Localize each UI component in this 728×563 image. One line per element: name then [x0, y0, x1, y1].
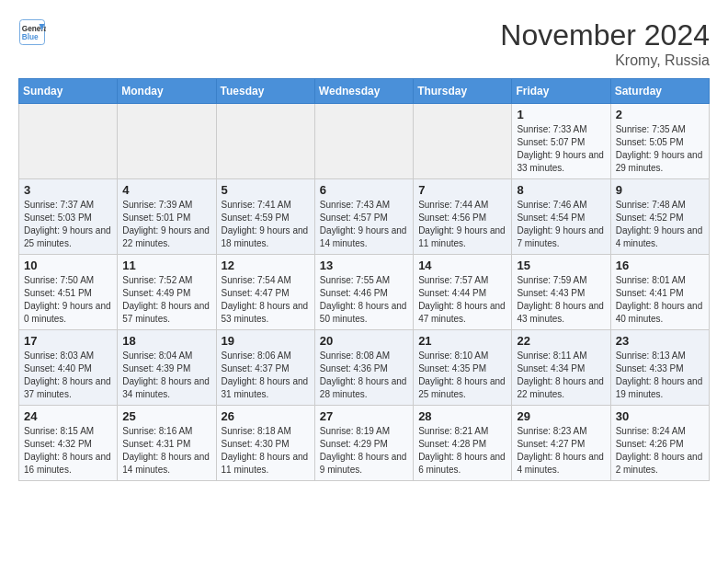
title-area: November 2024 Kromy, Russia [500, 18, 710, 69]
day-number: 28 [418, 409, 506, 423]
calendar-cell: 11Sunrise: 7:52 AM Sunset: 4:49 PM Dayli… [118, 255, 216, 330]
calendar-cell: 20Sunrise: 8:08 AM Sunset: 4:36 PM Dayli… [314, 330, 413, 406]
day-number: 17 [24, 334, 112, 348]
day-info: Sunrise: 8:15 AM Sunset: 4:32 PM Dayligh… [24, 425, 112, 477]
calendar-cell [19, 104, 118, 179]
month-title: November 2024 [500, 18, 710, 52]
day-number: 22 [517, 334, 605, 348]
day-number: 12 [222, 259, 310, 272]
calendar-cell: 8Sunrise: 7:46 AM Sunset: 4:54 PM Daylig… [512, 179, 610, 255]
day-number: 4 [122, 183, 210, 197]
day-number: 7 [418, 183, 506, 197]
calendar-cell: 6Sunrise: 7:43 AM Sunset: 4:57 PM Daylig… [314, 179, 413, 255]
day-number: 3 [24, 183, 112, 197]
day-info: Sunrise: 7:41 AM Sunset: 4:59 PM Dayligh… [222, 199, 310, 250]
day-number: 15 [517, 259, 605, 272]
day-number: 18 [122, 334, 210, 348]
day-number: 24 [24, 409, 112, 423]
weekday-header-sunday: Sunday [19, 79, 118, 104]
day-number: 25 [122, 409, 210, 423]
weekday-header-row: SundayMondayTuesdayWednesdayThursdayFrid… [19, 79, 710, 104]
day-number: 11 [122, 259, 210, 272]
calendar-cell: 29Sunrise: 8:23 AM Sunset: 4:27 PM Dayli… [512, 406, 610, 481]
day-info: Sunrise: 8:10 AM Sunset: 4:35 PM Dayligh… [418, 350, 506, 401]
day-info: Sunrise: 8:01 AM Sunset: 4:41 PM Dayligh… [616, 274, 704, 326]
day-number: 10 [24, 259, 112, 272]
weekday-header-friday: Friday [512, 79, 610, 104]
day-info: Sunrise: 7:54 AM Sunset: 4:47 PM Dayligh… [222, 274, 310, 326]
calendar-cell [314, 104, 413, 179]
day-info: Sunrise: 7:59 AM Sunset: 4:43 PM Dayligh… [517, 274, 605, 326]
day-info: Sunrise: 7:50 AM Sunset: 4:51 PM Dayligh… [24, 274, 112, 326]
day-info: Sunrise: 7:44 AM Sunset: 4:56 PM Dayligh… [418, 199, 506, 250]
calendar-cell: 17Sunrise: 8:03 AM Sunset: 4:40 PM Dayli… [19, 330, 118, 406]
day-info: Sunrise: 7:37 AM Sunset: 5:03 PM Dayligh… [24, 199, 112, 250]
weekday-header-monday: Monday [118, 79, 216, 104]
calendar-cell: 1Sunrise: 7:33 AM Sunset: 5:07 PM Daylig… [512, 104, 610, 179]
calendar-cell: 25Sunrise: 8:16 AM Sunset: 4:31 PM Dayli… [118, 406, 216, 481]
day-number: 26 [222, 409, 310, 423]
calendar-week-5: 24Sunrise: 8:15 AM Sunset: 4:32 PM Dayli… [19, 406, 710, 481]
day-number: 27 [320, 409, 408, 423]
day-info: Sunrise: 8:21 AM Sunset: 4:28 PM Dayligh… [418, 425, 506, 477]
day-info: Sunrise: 8:13 AM Sunset: 4:33 PM Dayligh… [616, 350, 704, 401]
calendar-cell: 16Sunrise: 8:01 AM Sunset: 4:41 PM Dayli… [610, 255, 709, 330]
day-info: Sunrise: 8:03 AM Sunset: 4:40 PM Dayligh… [24, 350, 112, 401]
calendar-table: SundayMondayTuesdayWednesdayThursdayFrid… [18, 78, 710, 481]
day-info: Sunrise: 8:24 AM Sunset: 4:26 PM Dayligh… [616, 425, 704, 477]
day-info: Sunrise: 8:18 AM Sunset: 4:30 PM Dayligh… [222, 425, 310, 477]
day-info: Sunrise: 7:55 AM Sunset: 4:46 PM Dayligh… [320, 274, 408, 326]
svg-text:Blue: Blue [22, 33, 39, 41]
calendar-cell: 24Sunrise: 8:15 AM Sunset: 4:32 PM Dayli… [19, 406, 118, 481]
calendar-cell: 28Sunrise: 8:21 AM Sunset: 4:28 PM Dayli… [414, 406, 512, 481]
calendar-cell: 21Sunrise: 8:10 AM Sunset: 4:35 PM Dayli… [414, 330, 512, 406]
calendar-cell [414, 104, 512, 179]
calendar-cell: 22Sunrise: 8:11 AM Sunset: 4:34 PM Dayli… [512, 330, 610, 406]
calendar-cell: 7Sunrise: 7:44 AM Sunset: 4:56 PM Daylig… [414, 179, 512, 255]
day-number: 9 [616, 183, 704, 197]
calendar-cell: 13Sunrise: 7:55 AM Sunset: 4:46 PM Dayli… [314, 255, 413, 330]
day-number: 19 [222, 334, 310, 348]
calendar-week-3: 10Sunrise: 7:50 AM Sunset: 4:51 PM Dayli… [19, 255, 710, 330]
day-info: Sunrise: 7:33 AM Sunset: 5:07 PM Dayligh… [517, 123, 605, 175]
day-info: Sunrise: 8:06 AM Sunset: 4:37 PM Dayligh… [222, 350, 310, 401]
calendar-week-1: 1Sunrise: 7:33 AM Sunset: 5:07 PM Daylig… [19, 104, 710, 179]
calendar-cell [216, 104, 314, 179]
calendar-cell: 27Sunrise: 8:19 AM Sunset: 4:29 PM Dayli… [314, 406, 413, 481]
calendar-cell: 12Sunrise: 7:54 AM Sunset: 4:47 PM Dayli… [216, 255, 314, 330]
logo-icon: General Blue [18, 18, 46, 46]
day-number: 2 [616, 108, 704, 121]
calendar-cell: 5Sunrise: 7:41 AM Sunset: 4:59 PM Daylig… [216, 179, 314, 255]
calendar-cell: 9Sunrise: 7:48 AM Sunset: 4:52 PM Daylig… [610, 179, 709, 255]
day-info: Sunrise: 7:35 AM Sunset: 5:05 PM Dayligh… [616, 123, 704, 175]
calendar-cell: 18Sunrise: 8:04 AM Sunset: 4:39 PM Dayli… [118, 330, 216, 406]
calendar-week-4: 17Sunrise: 8:03 AM Sunset: 4:40 PM Dayli… [19, 330, 710, 406]
day-info: Sunrise: 8:19 AM Sunset: 4:29 PM Dayligh… [320, 425, 408, 477]
day-info: Sunrise: 7:39 AM Sunset: 5:01 PM Dayligh… [122, 199, 210, 250]
day-info: Sunrise: 8:04 AM Sunset: 4:39 PM Dayligh… [122, 350, 210, 401]
day-number: 16 [616, 259, 704, 272]
day-number: 5 [222, 183, 310, 197]
location: Kromy, Russia [500, 52, 710, 69]
calendar-cell: 14Sunrise: 7:57 AM Sunset: 4:44 PM Dayli… [414, 255, 512, 330]
calendar-cell: 2Sunrise: 7:35 AM Sunset: 5:05 PM Daylig… [610, 104, 709, 179]
day-number: 29 [517, 409, 605, 423]
calendar-cell [118, 104, 216, 179]
weekday-header-wednesday: Wednesday [314, 79, 413, 104]
logo: General Blue [18, 18, 46, 46]
day-info: Sunrise: 8:08 AM Sunset: 4:36 PM Dayligh… [320, 350, 408, 401]
day-number: 30 [616, 409, 704, 423]
day-info: Sunrise: 7:48 AM Sunset: 4:52 PM Dayligh… [616, 199, 704, 250]
calendar-week-2: 3Sunrise: 7:37 AM Sunset: 5:03 PM Daylig… [19, 179, 710, 255]
page-header: General Blue November 2024 Kromy, Russia [18, 18, 710, 69]
day-info: Sunrise: 8:23 AM Sunset: 4:27 PM Dayligh… [517, 425, 605, 477]
weekday-header-thursday: Thursday [414, 79, 512, 104]
day-info: Sunrise: 8:11 AM Sunset: 4:34 PM Dayligh… [517, 350, 605, 401]
day-number: 1 [517, 108, 605, 121]
calendar-cell: 15Sunrise: 7:59 AM Sunset: 4:43 PM Dayli… [512, 255, 610, 330]
day-info: Sunrise: 7:57 AM Sunset: 4:44 PM Dayligh… [418, 274, 506, 326]
day-info: Sunrise: 7:52 AM Sunset: 4:49 PM Dayligh… [122, 274, 210, 326]
day-info: Sunrise: 7:43 AM Sunset: 4:57 PM Dayligh… [320, 199, 408, 250]
calendar-cell: 4Sunrise: 7:39 AM Sunset: 5:01 PM Daylig… [118, 179, 216, 255]
day-info: Sunrise: 7:46 AM Sunset: 4:54 PM Dayligh… [517, 199, 605, 250]
